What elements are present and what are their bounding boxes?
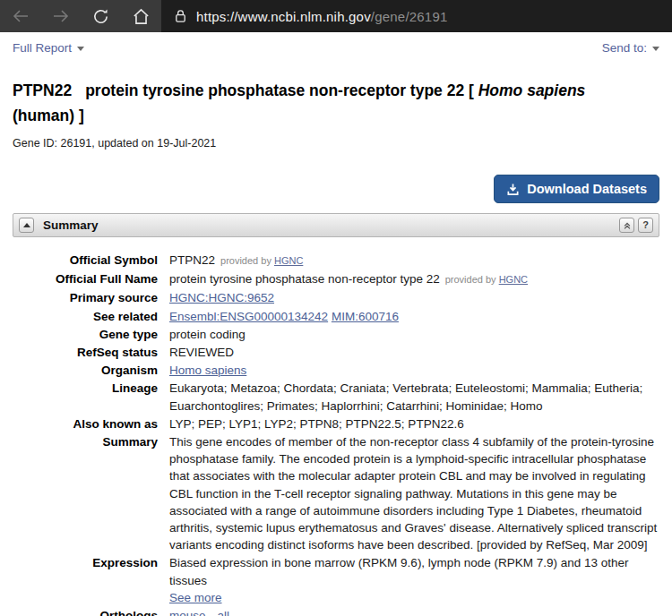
report-toolbar: Full Report Send to: [0, 32, 672, 60]
back-icon[interactable] [0, 0, 40, 32]
field-value-primary-source: HGNC:HGNC:9652 [169, 289, 659, 306]
gene-symbol: PTPN22 [13, 81, 72, 99]
url-text: https://www.ncbi.nlm.nih.gov/gene/26191 [196, 9, 447, 24]
send-to-label: Send to: [602, 41, 647, 55]
field-label-primary-source: Primary source [13, 289, 158, 306]
mim-link[interactable]: MIM:600716 [332, 310, 399, 323]
field-label-official-full-name: Official Full Name [13, 270, 158, 288]
home-icon[interactable] [121, 0, 161, 32]
browser-toolbar: https://www.ncbi.nlm.nih.gov/gene/26191 [0, 0, 672, 32]
page-title: PTPN22protein tyrosine phosphatase non-r… [13, 78, 659, 128]
field-label-refseq-status: RefSeq status [13, 344, 158, 361]
hgnc-link[interactable]: HGNC [274, 255, 303, 266]
primary-source-link[interactable]: HGNC:HGNC:9652 [169, 291, 274, 304]
collapse-section-icon[interactable] [19, 218, 34, 233]
field-value-official-symbol: PTPN22provided by HGNC [169, 252, 659, 270]
provided-by-note: provided by HGNC [220, 255, 303, 266]
orthologs-mouse-link[interactable]: mouse [169, 609, 206, 616]
gene-id-line: Gene ID: 26191, updated on 19-Jul-2021 [13, 137, 659, 150]
summary-section-header: Summary ? [13, 213, 659, 237]
field-value-organism: Homo sapiens [169, 362, 659, 379]
url-path: /gene/26191 [371, 9, 448, 24]
field-label-organism: Organism [13, 362, 158, 379]
field-value-gene-type: protein coding [169, 326, 659, 343]
field-label-summary: Summary [13, 433, 158, 553]
help-icon[interactable]: ? [638, 218, 653, 233]
gene-species: Homo sapiens [478, 81, 586, 99]
see-more-link[interactable]: See more [169, 589, 659, 606]
field-value-orthologs: mouseall [169, 607, 659, 616]
download-button-label: Download Datasets [527, 182, 647, 196]
actions-row: Download Datasets [13, 175, 659, 203]
chevron-down-icon [77, 47, 84, 51]
field-value-lineage: Eukaryota; Metazoa; Chordata; Craniata; … [169, 380, 659, 414]
gene-human-suffix: (human) ] [13, 107, 84, 124]
field-value-refseq-status: REVIEWED [169, 344, 659, 361]
field-label-gene-type: Gene type [13, 326, 158, 343]
hgnc-link[interactable]: HGNC [499, 274, 528, 285]
gene-report-content: PTPN22protein tyrosine phosphatase non-r… [0, 78, 672, 616]
summary-fields-table: Official Symbol PTPN22provided by HGNC O… [13, 252, 659, 616]
field-label-expression: Expression [13, 554, 158, 606]
field-value-expression: Biased expression in bone marrow (RPKM 9… [169, 554, 659, 606]
field-value-also-known-as: LYP; PEP; LYP1; LYP2; PTPN8; PTPN22.5; P… [169, 415, 659, 432]
download-datasets-button[interactable]: Download Datasets [494, 175, 659, 203]
field-label-official-symbol: Official Symbol [13, 252, 158, 270]
send-to-dropdown[interactable]: Send to: [602, 41, 659, 55]
lock-icon [174, 9, 187, 23]
orthologs-all-link[interactable]: all [218, 609, 230, 616]
field-value-official-full-name: protein tyrosine phosphatase non-recepto… [169, 270, 659, 288]
address-bar[interactable]: https://www.ncbi.nlm.nih.gov/gene/26191 [161, 0, 672, 32]
field-label-also-known-as: Also known as [13, 415, 158, 432]
field-value-summary: This gene encodes of member of the non-r… [169, 433, 659, 553]
field-label-lineage: Lineage [13, 380, 158, 414]
field-label-orthologs: Orthologs [13, 607, 158, 616]
full-report-dropdown[interactable]: Full Report [13, 41, 84, 55]
full-report-label: Full Report [13, 41, 72, 55]
summary-section-title: Summary [43, 218, 99, 232]
browser-nav-icons [0, 0, 161, 32]
field-value-see-related: Ensembl:ENSG00000134242 MIM:600716 [169, 308, 659, 325]
chevron-down-icon [652, 47, 659, 51]
url-host: https://www.ncbi.nlm.nih.gov [196, 9, 371, 24]
organism-link[interactable]: Homo sapiens [169, 364, 246, 377]
scroll-to-top-icon[interactable] [619, 218, 634, 233]
field-label-see-related: See related [13, 308, 158, 325]
download-icon [506, 183, 520, 196]
provided-by-note: provided by HGNC [445, 274, 528, 285]
gene-name: protein tyrosine phosphatase non-recepto… [85, 81, 474, 99]
ensembl-link[interactable]: Ensembl:ENSG00000134242 [169, 310, 328, 323]
forward-icon[interactable] [40, 0, 81, 32]
refresh-icon[interactable] [81, 0, 121, 32]
